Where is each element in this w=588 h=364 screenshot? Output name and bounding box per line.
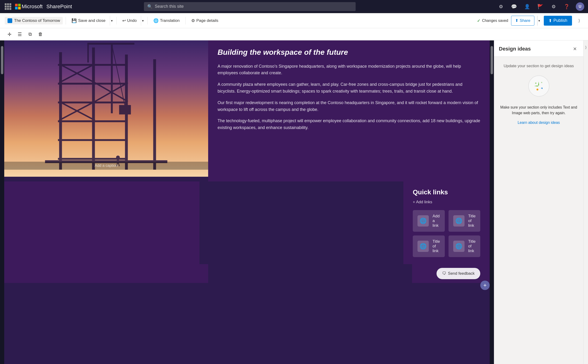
undo-label: Undo — [127, 18, 137, 23]
nav-icons: ⚙ 💬 👤 🚩 ⚙ ❓ U — [497, 2, 584, 11]
left-scrollbar[interactable] — [0, 40, 4, 364]
design-body-text: Make sure your section only includes Tex… — [500, 104, 578, 116]
svg-rect-20 — [119, 105, 131, 114]
collapse-button[interactable]: ⟩ — [575, 16, 583, 25]
move-button[interactable]: ✛ — [5, 30, 14, 39]
share-icon: ⬆ — [515, 18, 518, 23]
right-scrollbar[interactable] — [490, 40, 494, 364]
link-icon-4: 🌐 — [453, 241, 464, 252]
construction-image: Add a caption — [4, 40, 208, 177]
svg-rect-16 — [111, 43, 113, 113]
page-details-button[interactable]: ⚙ Page details — [188, 16, 221, 26]
link-card-2[interactable]: 🌐 Title of link — [449, 210, 481, 232]
share-button[interactable]: ⬆ Share — [511, 16, 534, 26]
toolbar-right: ✓ Changes saved ⬆ Share ▾ ⬆ Publish ⟩ — [477, 16, 583, 26]
chat-button[interactable]: 💬 — [510, 2, 518, 11]
svg-rect-8 — [58, 139, 126, 141]
quick-links-section: Quick links + Add links 🌐 Add a link 🌐 — [403, 182, 490, 264]
site-tag[interactable]: The Contoso of Tomorrow — [5, 17, 63, 25]
image-column: Add a caption — [4, 40, 208, 182]
paragraph-2: A community plaza where employees can ga… — [218, 81, 480, 95]
paragraph-3: Our first major redevelopment is nearing… — [218, 99, 480, 113]
right-collapse-strip: ⟩ — [583, 40, 588, 364]
settings-button[interactable]: ⚙ — [549, 2, 558, 11]
page-details-label: Page details — [196, 18, 218, 23]
publish-button[interactable]: ⬆ Publish — [544, 16, 572, 26]
design-panel-close[interactable]: ✕ — [571, 45, 579, 53]
edit-button[interactable]: ☰ — [15, 30, 25, 39]
link-card-1[interactable]: 🌐 Add a link — [413, 210, 445, 232]
apps-grid-button[interactable] — [4, 2, 12, 11]
page-toolbar: The Contoso of Tomorrow 💾 Save and close… — [0, 13, 588, 28]
link-title-3: Title of link — [433, 239, 440, 253]
paragraph-4: The technology-fueled, multiphase projec… — [218, 117, 480, 131]
help-button[interactable]: ❓ — [563, 2, 571, 11]
svg-rect-7 — [58, 120, 126, 122]
svg-rect-9 — [58, 158, 126, 160]
learn-design-ideas-link[interactable]: Learn about design ideas — [518, 121, 560, 124]
undo-arrow[interactable]: ▾ — [141, 16, 145, 26]
share-arrow[interactable]: ▾ — [537, 16, 541, 26]
user-avatar[interactable]: U — [576, 2, 584, 11]
add-section-button[interactable]: + — [480, 280, 490, 290]
sparkle-svg — [532, 80, 545, 93]
site-icon — [7, 18, 12, 23]
accessibility-button[interactable]: ⚙ — [497, 2, 505, 11]
design-ideas-panel: Design ideas ✕ Update your section to ge… — [494, 40, 583, 364]
link-title-4: Title of link — [468, 239, 476, 253]
right-collapse-button[interactable]: ⟩ — [585, 45, 587, 50]
svg-rect-3 — [153, 59, 156, 170]
translation-button[interactable]: 🌐 Translation — [151, 16, 182, 26]
link-icon-2: 🌐 — [453, 215, 464, 227]
design-update-text: Update your section to get design ideas — [500, 64, 578, 68]
flag-button[interactable]: 🚩 — [536, 2, 545, 11]
page-details-icon: ⚙ — [191, 18, 195, 23]
delete-section-button[interactable]: 🗑 — [36, 30, 45, 39]
save-close-label: Save and close — [78, 18, 105, 23]
contacts-button[interactable]: 👤 — [523, 2, 532, 11]
share-label: Share — [520, 18, 530, 23]
design-panel-title: Design ideas — [499, 46, 531, 52]
svg-rect-5 — [58, 83, 126, 84]
publish-wrap: ⬆ Publish — [544, 16, 572, 26]
link-icon-3: 🌐 — [417, 241, 429, 252]
search-bar[interactable]: 🔍 — [144, 2, 356, 11]
text-column: Building the workspace of the future A m… — [208, 40, 490, 182]
publish-icon: ⬆ — [548, 18, 552, 23]
add-links-button[interactable]: + Add links — [413, 200, 480, 204]
svg-point-30 — [536, 89, 538, 91]
quick-links-wrapper: Quick links + Add links 🌐 Add a link 🌐 — [4, 182, 490, 264]
feedback-wrapper: 🗨 Send feedback — [4, 264, 490, 283]
svg-point-28 — [535, 83, 536, 84]
link-card-4[interactable]: 🌐 Title of link — [449, 235, 481, 257]
scaffold-svg — [4, 40, 208, 177]
save-icon: 💾 — [72, 18, 77, 23]
image-caption[interactable]: Add a caption — [4, 162, 208, 170]
undo-button[interactable]: ↩ Undo — [119, 16, 140, 26]
copy-section-button[interactable]: ⧉ — [25, 30, 35, 39]
link-title-2: Title of link — [468, 214, 476, 228]
save-close-arrow[interactable]: ▾ — [110, 16, 114, 26]
send-feedback-button[interactable]: 🗨 Send feedback — [436, 268, 480, 279]
link-card-3[interactable]: 🌐 Title of link — [413, 235, 445, 257]
edit-toolbar: ✛ ☰ ⧉ 🗑 — [0, 28, 588, 40]
changes-saved-label: Changes saved — [482, 19, 508, 23]
toolbar-left: The Contoso of Tomorrow 💾 Save and close… — [5, 16, 477, 26]
design-panel-body: Update your section to get design ideas — [494, 57, 583, 364]
two-col-section: Add a caption Building the workspace of … — [4, 40, 490, 182]
search-input[interactable] — [155, 4, 352, 9]
main-area: Add a caption Building the workspace of … — [0, 40, 588, 364]
save-close-button[interactable]: 💾 Save and close — [69, 16, 108, 26]
search-icon: 🔍 — [147, 4, 152, 9]
svg-rect-18 — [87, 44, 89, 63]
link-title-1: Add a link — [433, 214, 440, 228]
svg-point-29 — [541, 82, 542, 83]
links-grid: 🌐 Add a link 🌐 Title of link 🌐 Title of … — [413, 210, 480, 257]
feedback-icon: 🗨 — [442, 271, 446, 276]
undo-icon: ↩ — [122, 18, 126, 23]
link-icon-1: 🌐 — [417, 215, 429, 227]
translation-label: Translation — [160, 18, 179, 23]
feedback-label: Send feedback — [448, 271, 475, 276]
changes-saved: ✓ Changes saved — [477, 18, 508, 23]
sharepoint-text: SharePoint — [46, 4, 72, 10]
